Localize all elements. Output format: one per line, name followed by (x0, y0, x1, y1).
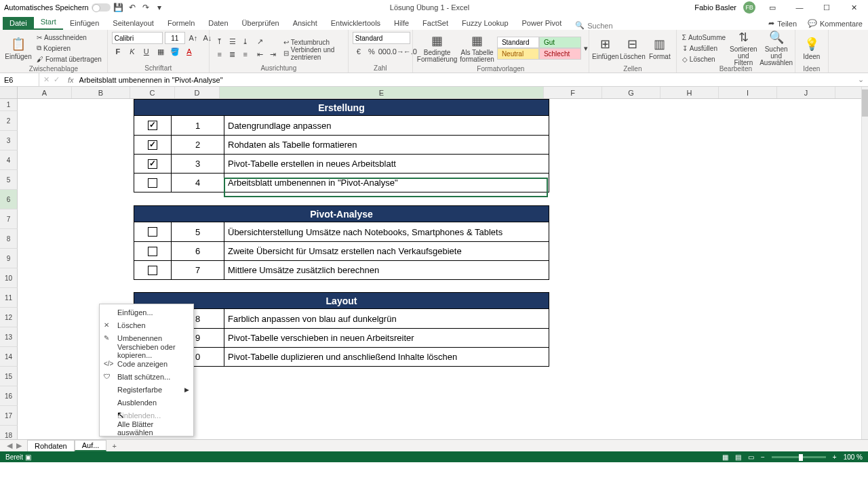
zoom-out-icon[interactable]: − (761, 453, 765, 461)
checkbox-icon[interactable] (148, 159, 157, 169)
column-header[interactable]: E (220, 87, 544, 98)
checkbox-icon[interactable] (148, 227, 157, 237)
tab-hilfe[interactable]: Hilfe (387, 17, 416, 30)
grid[interactable]: ABCDEFGHIJ 12345678910111213141516171819… (0, 87, 868, 439)
tab-file[interactable]: Datei (3, 17, 34, 30)
percent-icon[interactable]: % (366, 45, 378, 58)
checkbox-cell[interactable] (134, 116, 172, 135)
undo-icon[interactable]: ↶ (127, 2, 138, 13)
context-menu-item[interactable]: </>Code anzeigen (100, 357, 193, 370)
row-header[interactable]: 17 (0, 406, 18, 426)
column-header[interactable]: C (130, 87, 175, 98)
ideas-button[interactable]: 💡Ideen (800, 32, 824, 64)
tab-fuzzy[interactable]: Fuzzy Lookup (455, 17, 515, 30)
select-all-corner[interactable] (0, 87, 18, 98)
border-icon[interactable]: ▦ (155, 45, 167, 58)
style-standard[interactable]: Standard (497, 37, 539, 48)
checkbox-cell[interactable] (134, 260, 172, 279)
align-right-icon[interactable]: ≡ (239, 48, 252, 60)
fx-icon[interactable]: fx (68, 76, 74, 84)
paste-button[interactable]: 📋Einfügen (4, 32, 33, 64)
align-center-icon[interactable]: ≣ (226, 48, 239, 60)
sort-filter-button[interactable]: ⇅Sortieren und Filtern (730, 32, 757, 64)
style-neutral[interactable]: Neutral (497, 48, 539, 60)
grow-font-icon[interactable]: A↑ (187, 32, 199, 44)
align-middle-icon[interactable]: ☰ (226, 35, 239, 47)
row-header[interactable]: 5 (0, 170, 18, 190)
row-header[interactable]: 1 (0, 99, 18, 111)
italic-icon[interactable]: K (126, 45, 138, 58)
row-header[interactable]: 12 (0, 308, 18, 327)
user-avatar[interactable]: FB (743, 1, 755, 14)
row-header[interactable]: 13 (0, 327, 18, 347)
minimize-icon[interactable]: — (789, 1, 810, 14)
formula-input[interactable] (78, 75, 850, 85)
context-menu-item[interactable]: 🛡Blatt schützen... (100, 370, 193, 383)
checkbox-icon[interactable] (148, 140, 157, 150)
row-header[interactable]: 14 (0, 347, 18, 367)
number-format-select[interactable] (353, 32, 410, 44)
row-header[interactable]: 18 (0, 426, 18, 439)
fill-color-icon[interactable]: 🪣 (169, 45, 181, 58)
autosave-toggle[interactable] (92, 3, 111, 12)
ribbon-display-icon[interactable]: ▭ (762, 1, 783, 14)
checkbox-cell[interactable] (134, 222, 172, 241)
vertical-scrollbar[interactable] (861, 87, 868, 439)
column-header[interactable]: F (544, 87, 602, 98)
context-menu-item[interactable]: Einfügen... (100, 306, 193, 319)
row-header[interactable]: 3 (0, 131, 18, 150)
save-icon[interactable]: 💾 (113, 2, 124, 13)
column-header[interactable]: G (602, 87, 660, 98)
checkbox-cell[interactable] (134, 173, 172, 192)
fill-button[interactable]: ↧Ausfüllen (681, 43, 727, 54)
context-menu-item[interactable]: Ausblenden (100, 396, 193, 409)
row-header[interactable]: 6 (0, 190, 18, 209)
font-color-icon[interactable]: A (183, 45, 195, 58)
row-header[interactable]: 11 (0, 288, 18, 308)
autosum-button[interactable]: ΣAutoSumme (681, 33, 727, 43)
checkbox-icon[interactable] (148, 247, 157, 256)
tab-formeln[interactable]: Formeln (161, 17, 201, 30)
cut-button[interactable]: ✂Ausschneiden (35, 33, 103, 43)
zoom-slider[interactable] (772, 456, 826, 458)
font-name-select[interactable] (112, 32, 163, 44)
clear-button[interactable]: ◇Löschen (681, 54, 727, 64)
sheet-nav-next-icon[interactable]: ▶ (16, 441, 22, 450)
row-header[interactable]: 15 (0, 367, 18, 386)
align-left-icon[interactable]: ≡ (214, 48, 226, 60)
sheet-context-menu[interactable]: Einfügen...✕Löschen✎UmbenennenVerschiebe… (99, 304, 194, 436)
zoom-level[interactable]: 100 % (844, 453, 863, 461)
checkbox-cell[interactable] (134, 135, 172, 154)
checkbox-icon[interactable] (148, 266, 157, 275)
checkbox-icon[interactable] (148, 121, 157, 130)
context-menu-item[interactable]: Registerfarbe▶ (100, 383, 193, 396)
conditional-formatting-button[interactable]: ▦Bedingte Formatierung (417, 32, 457, 64)
increase-decimal-icon[interactable]: .0→ (391, 45, 403, 58)
format-painter-button[interactable]: 🖌Format übertragen (35, 54, 103, 64)
row-header[interactable]: 2 (0, 111, 18, 131)
enter-formula-icon[interactable]: ✓ (54, 75, 60, 84)
sheet-tab-aufgaben[interactable]: Auf... (75, 440, 107, 451)
align-bottom-icon[interactable]: ⤓ (239, 35, 252, 47)
view-page-break-icon[interactable]: ▭ (748, 453, 754, 461)
merge-button[interactable]: ⊟Verbinden und zentrieren (282, 48, 344, 58)
row-header[interactable]: 10 (0, 268, 18, 288)
tab-daten[interactable]: Daten (201, 17, 235, 30)
redo-icon[interactable]: ↷ (140, 2, 151, 13)
qat-more-icon[interactable]: ▾ (154, 2, 165, 13)
comments-button[interactable]: 💬Kommentare (802, 17, 868, 30)
copy-button[interactable]: ⧉Kopieren (35, 43, 103, 54)
insert-cells-button[interactable]: ⊞Einfügen (593, 32, 618, 64)
checkbox-cell[interactable] (134, 241, 172, 260)
tab-ansicht[interactable]: Ansicht (286, 17, 324, 30)
font-size-select[interactable] (165, 32, 185, 44)
column-header[interactable]: I (719, 87, 777, 98)
column-header[interactable]: J (777, 87, 835, 98)
column-header[interactable]: A (18, 87, 72, 98)
checkbox-cell[interactable] (134, 154, 172, 173)
tell-me[interactable]: 🔍Suchen (568, 21, 619, 30)
row-header[interactable]: 4 (0, 150, 18, 170)
delete-cells-button[interactable]: ⊟Löschen (620, 32, 645, 64)
context-menu-item[interactable]: Alle Blätter auswählen (100, 422, 193, 434)
expand-formula-icon[interactable]: ⌄ (854, 75, 868, 84)
